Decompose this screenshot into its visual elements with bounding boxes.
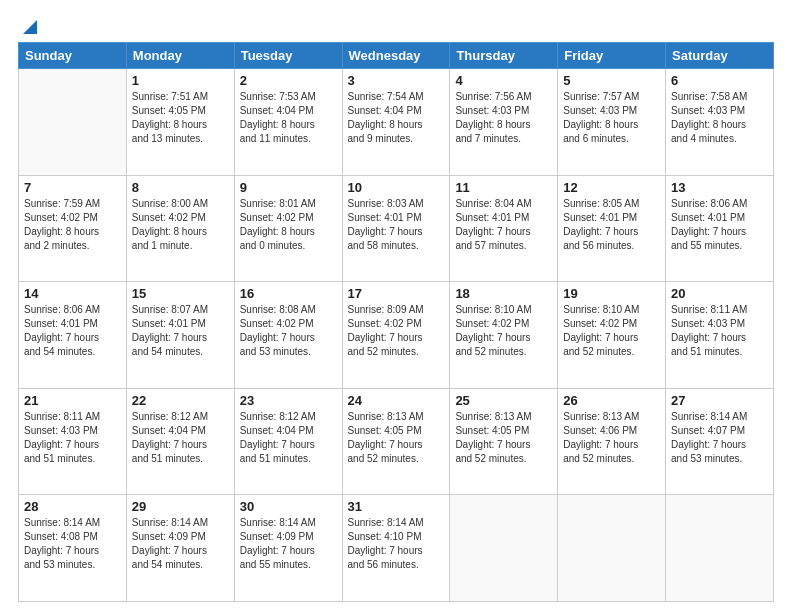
calendar-cell: 24Sunrise: 8:13 AM Sunset: 4:05 PM Dayli…: [342, 388, 450, 495]
day-of-week-header: Monday: [126, 43, 234, 69]
day-info: Sunrise: 8:14 AM Sunset: 4:07 PM Dayligh…: [671, 410, 768, 466]
day-number: 17: [348, 286, 445, 301]
day-number: 13: [671, 180, 768, 195]
day-info: Sunrise: 8:14 AM Sunset: 4:08 PM Dayligh…: [24, 516, 121, 572]
day-of-week-header: Thursday: [450, 43, 558, 69]
day-info: Sunrise: 8:09 AM Sunset: 4:02 PM Dayligh…: [348, 303, 445, 359]
day-number: 12: [563, 180, 660, 195]
calendar-cell: 22Sunrise: 8:12 AM Sunset: 4:04 PM Dayli…: [126, 388, 234, 495]
calendar-cell: 23Sunrise: 8:12 AM Sunset: 4:04 PM Dayli…: [234, 388, 342, 495]
day-number: 7: [24, 180, 121, 195]
calendar-cell: 10Sunrise: 8:03 AM Sunset: 4:01 PM Dayli…: [342, 175, 450, 282]
calendar-week-row: 21Sunrise: 8:11 AM Sunset: 4:03 PM Dayli…: [19, 388, 774, 495]
day-number: 30: [240, 499, 337, 514]
day-info: Sunrise: 7:53 AM Sunset: 4:04 PM Dayligh…: [240, 90, 337, 146]
day-info: Sunrise: 7:54 AM Sunset: 4:04 PM Dayligh…: [348, 90, 445, 146]
day-info: Sunrise: 8:10 AM Sunset: 4:02 PM Dayligh…: [563, 303, 660, 359]
calendar-cell: 29Sunrise: 8:14 AM Sunset: 4:09 PM Dayli…: [126, 495, 234, 602]
day-number: 20: [671, 286, 768, 301]
day-number: 21: [24, 393, 121, 408]
calendar-cell: 25Sunrise: 8:13 AM Sunset: 4:05 PM Dayli…: [450, 388, 558, 495]
calendar-cell: 30Sunrise: 8:14 AM Sunset: 4:09 PM Dayli…: [234, 495, 342, 602]
calendar-cell: 31Sunrise: 8:14 AM Sunset: 4:10 PM Dayli…: [342, 495, 450, 602]
day-info: Sunrise: 8:04 AM Sunset: 4:01 PM Dayligh…: [455, 197, 552, 253]
day-number: 31: [348, 499, 445, 514]
day-info: Sunrise: 8:14 AM Sunset: 4:10 PM Dayligh…: [348, 516, 445, 572]
day-number: 29: [132, 499, 229, 514]
header: [18, 18, 774, 32]
calendar-cell: 14Sunrise: 8:06 AM Sunset: 4:01 PM Dayli…: [19, 282, 127, 389]
day-number: 6: [671, 73, 768, 88]
logo: [18, 18, 41, 32]
calendar-table: SundayMondayTuesdayWednesdayThursdayFrid…: [18, 42, 774, 602]
day-number: 4: [455, 73, 552, 88]
day-info: Sunrise: 7:57 AM Sunset: 4:03 PM Dayligh…: [563, 90, 660, 146]
day-number: 9: [240, 180, 337, 195]
day-info: Sunrise: 8:13 AM Sunset: 4:06 PM Dayligh…: [563, 410, 660, 466]
day-info: Sunrise: 8:12 AM Sunset: 4:04 PM Dayligh…: [240, 410, 337, 466]
calendar-cell: [19, 69, 127, 176]
day-of-week-header: Saturday: [666, 43, 774, 69]
day-number: 24: [348, 393, 445, 408]
calendar-cell: [558, 495, 666, 602]
calendar-week-row: 28Sunrise: 8:14 AM Sunset: 4:08 PM Dayli…: [19, 495, 774, 602]
calendar-cell: 9Sunrise: 8:01 AM Sunset: 4:02 PM Daylig…: [234, 175, 342, 282]
calendar-cell: 1Sunrise: 7:51 AM Sunset: 4:05 PM Daylig…: [126, 69, 234, 176]
calendar-cell: 20Sunrise: 8:11 AM Sunset: 4:03 PM Dayli…: [666, 282, 774, 389]
day-info: Sunrise: 7:58 AM Sunset: 4:03 PM Dayligh…: [671, 90, 768, 146]
day-of-week-header: Tuesday: [234, 43, 342, 69]
day-number: 26: [563, 393, 660, 408]
calendar-cell: 16Sunrise: 8:08 AM Sunset: 4:02 PM Dayli…: [234, 282, 342, 389]
calendar-cell: 11Sunrise: 8:04 AM Sunset: 4:01 PM Dayli…: [450, 175, 558, 282]
day-info: Sunrise: 8:07 AM Sunset: 4:01 PM Dayligh…: [132, 303, 229, 359]
day-info: Sunrise: 8:03 AM Sunset: 4:01 PM Dayligh…: [348, 197, 445, 253]
day-info: Sunrise: 8:14 AM Sunset: 4:09 PM Dayligh…: [132, 516, 229, 572]
day-number: 8: [132, 180, 229, 195]
calendar-header: SundayMondayTuesdayWednesdayThursdayFrid…: [19, 43, 774, 69]
day-number: 23: [240, 393, 337, 408]
day-info: Sunrise: 7:59 AM Sunset: 4:02 PM Dayligh…: [24, 197, 121, 253]
day-number: 5: [563, 73, 660, 88]
calendar-week-row: 7Sunrise: 7:59 AM Sunset: 4:02 PM Daylig…: [19, 175, 774, 282]
day-number: 18: [455, 286, 552, 301]
day-number: 27: [671, 393, 768, 408]
day-number: 28: [24, 499, 121, 514]
day-info: Sunrise: 8:13 AM Sunset: 4:05 PM Dayligh…: [348, 410, 445, 466]
day-number: 16: [240, 286, 337, 301]
calendar-cell: 19Sunrise: 8:10 AM Sunset: 4:02 PM Dayli…: [558, 282, 666, 389]
day-info: Sunrise: 8:11 AM Sunset: 4:03 PM Dayligh…: [24, 410, 121, 466]
day-info: Sunrise: 8:13 AM Sunset: 4:05 PM Dayligh…: [455, 410, 552, 466]
day-number: 19: [563, 286, 660, 301]
day-number: 1: [132, 73, 229, 88]
day-number: 10: [348, 180, 445, 195]
day-info: Sunrise: 8:14 AM Sunset: 4:09 PM Dayligh…: [240, 516, 337, 572]
day-number: 3: [348, 73, 445, 88]
calendar-cell: 27Sunrise: 8:14 AM Sunset: 4:07 PM Dayli…: [666, 388, 774, 495]
calendar-cell: 21Sunrise: 8:11 AM Sunset: 4:03 PM Dayli…: [19, 388, 127, 495]
day-info: Sunrise: 7:51 AM Sunset: 4:05 PM Dayligh…: [132, 90, 229, 146]
header-row: SundayMondayTuesdayWednesdayThursdayFrid…: [19, 43, 774, 69]
calendar-cell: 26Sunrise: 8:13 AM Sunset: 4:06 PM Dayli…: [558, 388, 666, 495]
calendar-cell: [666, 495, 774, 602]
day-info: Sunrise: 8:10 AM Sunset: 4:02 PM Dayligh…: [455, 303, 552, 359]
calendar-cell: 3Sunrise: 7:54 AM Sunset: 4:04 PM Daylig…: [342, 69, 450, 176]
calendar-cell: 17Sunrise: 8:09 AM Sunset: 4:02 PM Dayli…: [342, 282, 450, 389]
day-info: Sunrise: 8:12 AM Sunset: 4:04 PM Dayligh…: [132, 410, 229, 466]
calendar-body: 1Sunrise: 7:51 AM Sunset: 4:05 PM Daylig…: [19, 69, 774, 602]
day-number: 25: [455, 393, 552, 408]
day-info: Sunrise: 8:05 AM Sunset: 4:01 PM Dayligh…: [563, 197, 660, 253]
calendar-cell: 28Sunrise: 8:14 AM Sunset: 4:08 PM Dayli…: [19, 495, 127, 602]
calendar-cell: 13Sunrise: 8:06 AM Sunset: 4:01 PM Dayli…: [666, 175, 774, 282]
calendar-cell: 5Sunrise: 7:57 AM Sunset: 4:03 PM Daylig…: [558, 69, 666, 176]
day-of-week-header: Sunday: [19, 43, 127, 69]
day-info: Sunrise: 8:06 AM Sunset: 4:01 PM Dayligh…: [671, 197, 768, 253]
day-number: 14: [24, 286, 121, 301]
day-info: Sunrise: 7:56 AM Sunset: 4:03 PM Dayligh…: [455, 90, 552, 146]
calendar-cell: 4Sunrise: 7:56 AM Sunset: 4:03 PM Daylig…: [450, 69, 558, 176]
day-number: 11: [455, 180, 552, 195]
calendar-week-row: 14Sunrise: 8:06 AM Sunset: 4:01 PM Dayli…: [19, 282, 774, 389]
calendar-cell: 2Sunrise: 7:53 AM Sunset: 4:04 PM Daylig…: [234, 69, 342, 176]
calendar-cell: 12Sunrise: 8:05 AM Sunset: 4:01 PM Dayli…: [558, 175, 666, 282]
calendar-week-row: 1Sunrise: 7:51 AM Sunset: 4:05 PM Daylig…: [19, 69, 774, 176]
logo-triangle-icon: [19, 18, 41, 36]
